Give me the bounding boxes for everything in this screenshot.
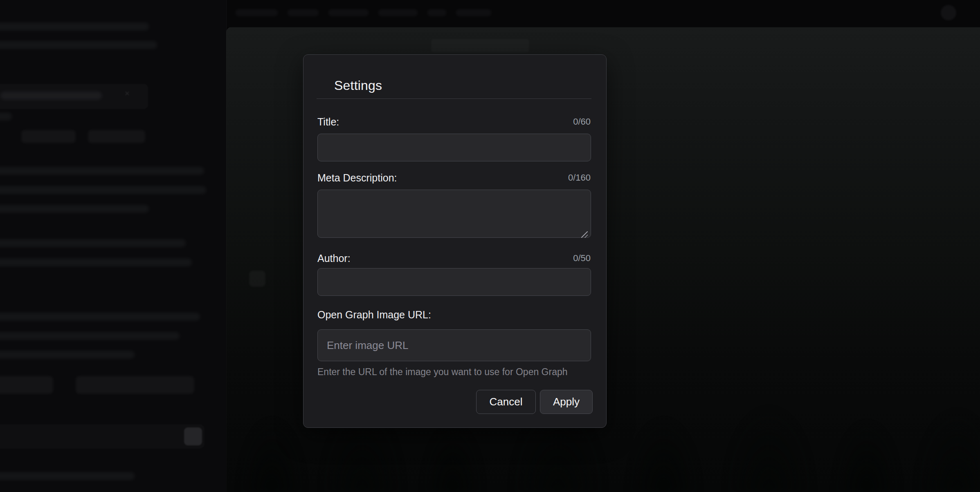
og-image-url-label: Open Graph Image URL: (317, 309, 431, 321)
author-counter: 0/50 (573, 253, 591, 264)
og-image-url-input[interactable] (317, 329, 591, 361)
meta-description-textarea[interactable] (317, 190, 591, 238)
meta-description-counter: 0/160 (568, 172, 591, 183)
title-input[interactable] (317, 134, 591, 161)
cancel-button[interactable]: Cancel (476, 390, 536, 414)
title-label: Title: (317, 116, 339, 128)
author-label: Author: (317, 253, 351, 264)
settings-dialog: Settings Title: 0/60 Meta Description: 0… (303, 54, 607, 428)
author-input[interactable] (317, 268, 591, 296)
apply-button[interactable]: Apply (540, 390, 593, 414)
meta-description-label: Meta Description: (317, 172, 397, 184)
divider (317, 98, 591, 99)
title-counter: 0/60 (573, 116, 591, 127)
dialog-title: Settings (334, 78, 382, 93)
og-image-url-help: Enter the URL of the image you want to u… (317, 367, 594, 378)
